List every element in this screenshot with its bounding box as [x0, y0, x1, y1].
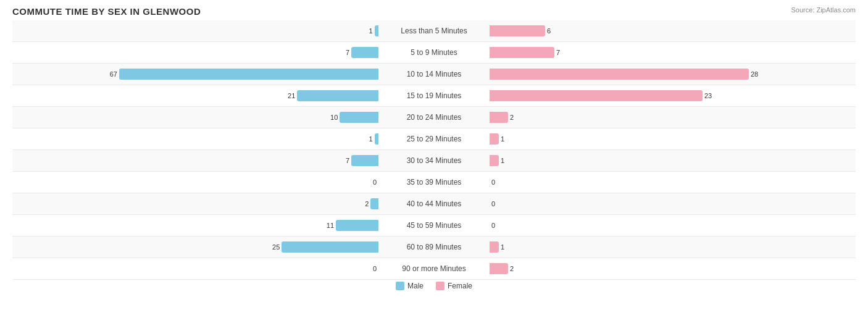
- left-side: 0: [82, 262, 378, 275]
- bars-center: 1 25 to 29 Minutes 1: [12, 132, 856, 146]
- left-side: 2: [82, 197, 378, 211]
- table-row: 10 20 to 24 Minutes 2: [12, 107, 856, 128]
- female-bar: 2: [490, 112, 508, 123]
- legend-female: Female: [436, 282, 472, 290]
- male-bar: 25: [282, 241, 378, 253]
- bars-center: 0 90 or more Minutes 2: [12, 262, 856, 275]
- bar-wrapper: 10 20 to 24 Minutes 2: [12, 107, 856, 128]
- female-value: 1: [501, 157, 516, 164]
- row-label: 35 to 39 Minutes: [378, 178, 490, 187]
- table-row: 0 35 to 39 Minutes 0: [12, 172, 856, 193]
- bars-center: 7 30 to 34 Minutes 1: [12, 154, 856, 167]
- right-side: 0: [490, 219, 786, 232]
- row-label: 45 to 59 Minutes: [378, 221, 490, 230]
- male-bar: 7: [351, 155, 378, 166]
- bars-center: 21 15 to 19 Minutes 23: [12, 89, 856, 103]
- right-side: 0: [490, 197, 786, 211]
- female-value: 1: [501, 135, 516, 143]
- right-side: 2: [490, 262, 786, 275]
- table-row: 0 90 or more Minutes 2: [12, 258, 856, 280]
- left-side: 11: [82, 219, 378, 232]
- male-value: 0: [361, 265, 377, 272]
- bars-center: 1 Less than 5 Minutes 6: [12, 24, 856, 38]
- row-label: 90 or more Minutes: [378, 264, 490, 273]
- right-side: 23: [490, 89, 786, 103]
- right-side: 28: [490, 67, 786, 81]
- left-side: 1: [82, 132, 378, 146]
- female-value: 2: [510, 114, 525, 121]
- bar-wrapper: 67 10 to 14 Minutes 28: [12, 64, 856, 85]
- left-side: 0: [82, 175, 378, 189]
- male-value: 7: [334, 157, 349, 164]
- left-side: 7: [82, 46, 378, 59]
- chart-title: COMMUTE TIME BY SEX IN GLENWOOD: [12, 6, 856, 17]
- bar-wrapper: 0 90 or more Minutes 2: [12, 258, 856, 279]
- male-value: 7: [334, 49, 349, 56]
- row-label: 25 to 29 Minutes: [378, 135, 490, 143]
- male-value: 10: [322, 114, 338, 121]
- male-value: 25: [264, 243, 280, 251]
- female-value: 0: [491, 178, 507, 186]
- table-row: 1 Less than 5 Minutes 6: [12, 20, 856, 42]
- row-label: 30 to 34 Minutes: [378, 156, 490, 165]
- male-bar: 7: [351, 47, 378, 58]
- female-value: 2: [510, 265, 525, 272]
- female-value: 23: [704, 92, 720, 99]
- male-value: 67: [102, 70, 117, 78]
- row-label: 20 to 24 Minutes: [378, 113, 490, 122]
- right-side: 1: [490, 240, 786, 254]
- bar-wrapper: 0 35 to 39 Minutes 0: [12, 172, 856, 193]
- male-value: 11: [319, 222, 334, 229]
- chart-container: COMMUTE TIME BY SEX IN GLENWOOD Source: …: [0, 0, 868, 323]
- bar-wrapper: 1 Less than 5 Minutes 6: [12, 20, 856, 41]
- bars-center: 67 10 to 14 Minutes 28: [12, 67, 856, 81]
- bars-center: 2 40 to 44 Minutes 0: [12, 197, 856, 211]
- legend-male-box: [396, 282, 404, 290]
- row-label: 40 to 44 Minutes: [378, 199, 490, 208]
- female-bar: 1: [490, 155, 499, 166]
- female-value: 0: [491, 200, 507, 208]
- male-value: 21: [280, 92, 295, 99]
- legend-female-label: Female: [448, 282, 472, 290]
- female-bar: 6: [490, 25, 545, 36]
- table-row: 7 30 to 34 Minutes 1: [12, 150, 856, 172]
- bars-center: 7 5 to 9 Minutes 7: [12, 46, 856, 59]
- left-side: 21: [82, 89, 378, 103]
- bars-center: 11 45 to 59 Minutes 0: [12, 219, 856, 232]
- row-label: 15 to 19 Minutes: [378, 91, 490, 100]
- left-side: 67: [82, 67, 378, 81]
- male-value: 1: [357, 135, 373, 143]
- left-side: 25: [82, 240, 378, 254]
- female-value: 1: [501, 243, 516, 251]
- male-value: 1: [357, 27, 373, 35]
- table-row: 7 5 to 9 Minutes 7: [12, 42, 856, 64]
- right-side: 1: [490, 154, 786, 167]
- male-value: 2: [353, 200, 369, 208]
- legend-male: Male: [396, 282, 424, 290]
- table-row: 11 45 to 59 Minutes 0: [12, 215, 856, 237]
- male-bar: 2: [370, 198, 378, 209]
- bar-wrapper: 11 45 to 59 Minutes 0: [12, 215, 856, 236]
- male-bar: 10: [340, 112, 378, 123]
- right-side: 0: [490, 175, 786, 189]
- bar-wrapper: 7 5 to 9 Minutes 7: [12, 42, 856, 63]
- female-value: 6: [547, 27, 562, 35]
- row-label: 60 to 89 Minutes: [378, 243, 490, 251]
- left-side: 7: [82, 154, 378, 167]
- female-bar: 7: [490, 47, 554, 58]
- left-side: 10: [82, 111, 378, 124]
- bars-center: 10 20 to 24 Minutes 2: [12, 111, 856, 124]
- left-side: 1: [82, 24, 378, 38]
- female-value: 7: [556, 49, 572, 56]
- female-value: 0: [491, 222, 507, 229]
- table-row: 1 25 to 29 Minutes 1: [12, 128, 856, 150]
- right-side: 2: [490, 111, 786, 124]
- source-text: Source: ZipAtlas.com: [791, 6, 856, 14]
- female-value: 28: [751, 70, 766, 78]
- table-row: 21 15 to 19 Minutes 23: [12, 85, 856, 107]
- table-row: 25 60 to 89 Minutes 1: [12, 237, 856, 258]
- female-bar: 28: [490, 69, 749, 80]
- table-row: 2 40 to 44 Minutes 0: [12, 193, 856, 215]
- female-bar: 1: [490, 241, 499, 253]
- male-bar: 11: [336, 220, 378, 231]
